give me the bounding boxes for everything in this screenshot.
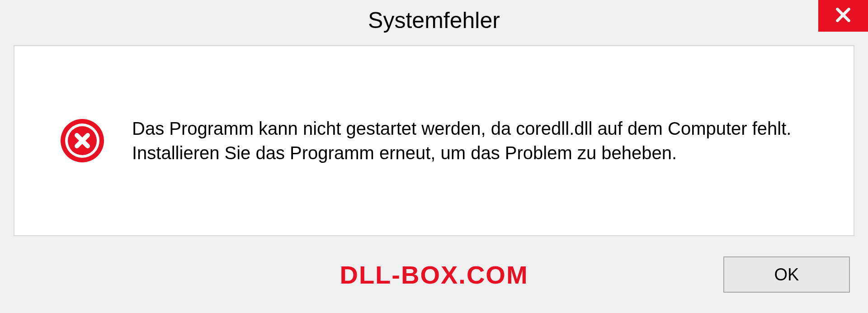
content-panel: Das Programm kann nicht gestartet werden… — [14, 45, 854, 236]
ok-button-label: OK — [774, 265, 799, 285]
error-message: Das Programm kann nicht gestartet werden… — [132, 116, 817, 165]
error-dialog: Systemfehler Das Programm kann nic — [0, 0, 868, 313]
dialog-footer: DLL-BOX.COM OK — [0, 236, 868, 313]
close-button[interactable] — [818, 0, 868, 32]
dialog-title: Systemfehler — [368, 7, 500, 33]
error-icon — [60, 118, 105, 163]
ok-button[interactable]: OK — [723, 256, 850, 293]
titlebar: Systemfehler — [0, 0, 868, 41]
watermark-text: DLL-BOX.COM — [340, 260, 528, 289]
close-icon — [835, 6, 852, 25]
